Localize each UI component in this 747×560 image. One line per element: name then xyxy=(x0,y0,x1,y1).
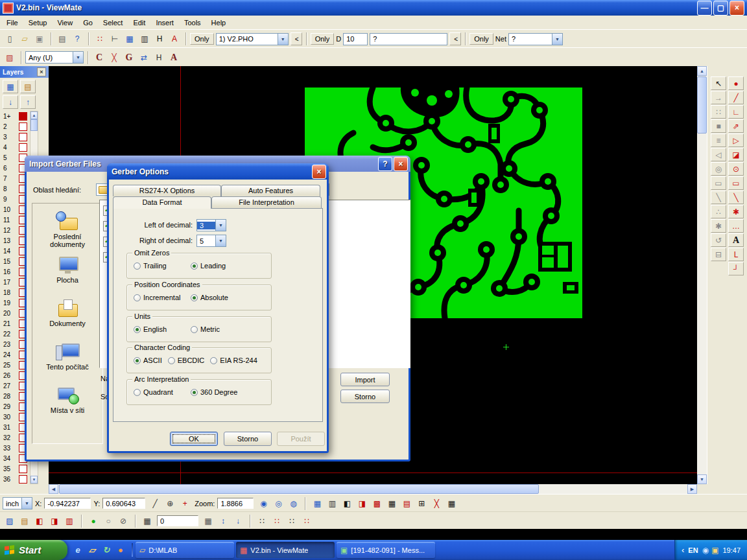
dot-grid-icon[interactable]: ▦ xyxy=(201,515,215,528)
component-a-icon[interactable]: A xyxy=(167,51,181,64)
menu-edit[interactable]: Edit xyxy=(128,18,150,28)
hide-icons-chevron[interactable]: ‹ xyxy=(682,545,684,555)
print-icon[interactable]: ▤ xyxy=(55,32,69,45)
asterisk-icon[interactable]: ✱ xyxy=(711,219,726,233)
stack-lines-icon[interactable]: ≡ xyxy=(711,134,726,147)
highlight-h-icon[interactable]: H xyxy=(152,32,167,45)
draw-circle-icon[interactable]: ⊙ xyxy=(728,162,744,176)
left-of-decimal-combo[interactable]: 3 ▼ xyxy=(196,219,226,231)
help-button[interactable]: ? xyxy=(378,157,392,171)
draw-star-icon[interactable]: ✱ xyxy=(728,205,744,218)
rectangle-icon[interactable]: ▭ xyxy=(711,176,726,190)
rotate-icon[interactable]: ↺ xyxy=(711,233,726,247)
draw-text-icon[interactable]: A xyxy=(728,233,744,247)
draw-line2-icon[interactable]: ╲ xyxy=(728,191,744,204)
draw-hook-icon[interactable]: ┘ xyxy=(728,262,744,275)
scroll-right-icon[interactable]: ▶ xyxy=(687,484,697,494)
place-tento-po-ta[interactable]: Tento počítač xyxy=(32,342,102,385)
text-display-icon[interactable]: A xyxy=(167,32,182,45)
layer-table-icon[interactable]: ▦ xyxy=(3,80,18,93)
vertical-scrollbar[interactable]: ▲ ▼ xyxy=(697,66,707,484)
only-layer-button[interactable]: Only xyxy=(190,33,214,45)
menu-file[interactable]: File xyxy=(1,18,23,28)
radio-quadrant[interactable]: Quadrant xyxy=(134,388,191,396)
start-button[interactable]: Start xyxy=(0,540,67,560)
grid-plus-icon[interactable]: ⊞ xyxy=(414,497,429,510)
right-of-decimal-combo[interactable]: 5 ▼ xyxy=(196,235,226,247)
storno-button[interactable]: Storno xyxy=(224,432,272,446)
radio-leading[interactable]: Leading xyxy=(191,262,226,270)
paint-icon[interactable]: ▨ xyxy=(3,515,17,528)
frame-grid-icon[interactable]: ▦ xyxy=(310,497,324,510)
grid-last-icon[interactable]: ▦ xyxy=(444,497,458,510)
tab-rs274-x-options[interactable]: RS274-X Options xyxy=(113,185,221,196)
radio-incremental[interactable]: Incremental xyxy=(134,294,191,301)
menu-select[interactable]: Select xyxy=(98,18,128,28)
restore-button[interactable]: ▢ xyxy=(713,1,728,16)
select-mode-icon[interactable]: ▨ xyxy=(3,51,17,64)
half-red2-icon[interactable]: ◨ xyxy=(47,515,62,528)
place-posledn-dokumenty[interactable]: Poslední dokumenty xyxy=(32,211,102,255)
folder-quick-icon[interactable]: ▱ xyxy=(86,544,98,556)
scroll-thumb[interactable] xyxy=(59,484,539,494)
rows-red-icon[interactable]: ▥ xyxy=(62,515,77,528)
measure-diagonal-icon[interactable]: ╱ xyxy=(148,497,162,510)
menu-tools[interactable]: Tools xyxy=(179,18,206,28)
snap-point-icon[interactable]: → xyxy=(711,91,726,104)
lamp-off-icon[interactable]: ○ xyxy=(101,515,115,528)
radio-metric[interactable]: Metric xyxy=(191,325,220,333)
close-button[interactable]: × xyxy=(729,1,744,16)
task-messenger[interactable]: ▣[191-482-091] - Mess... xyxy=(337,542,435,558)
anchor-icon[interactable]: ↕ xyxy=(216,515,230,528)
draw-polyline-icon[interactable]: ∟ xyxy=(728,105,744,119)
close-button[interactable]: × xyxy=(394,157,408,171)
zoom-window-icon[interactable]: ◎ xyxy=(271,497,285,510)
radio-ebcdic[interactable]: EBCDIC xyxy=(168,356,205,364)
draw-dots-icon[interactable]: … xyxy=(728,219,744,233)
tab-file-interpretation[interactable]: File Interpretation xyxy=(211,196,322,208)
gerber-dialog-titlebar[interactable]: Gerber Options × xyxy=(107,163,329,180)
grid-points-icon[interactable]: ∷ xyxy=(711,105,726,119)
traffic-light-icon[interactable]: ● xyxy=(86,515,101,528)
pads-black-icon[interactable]: ◧ xyxy=(340,497,354,510)
title-bar[interactable]: V2.bin - ViewMate — ▢ × xyxy=(0,0,747,16)
grid-table-icon[interactable]: ▦ xyxy=(140,515,154,528)
pattern-black1-icon[interactable]: ∷ xyxy=(255,515,269,528)
probe-icon[interactable]: ⊘ xyxy=(116,515,130,528)
radio-360-degree[interactable]: 360 Degree xyxy=(191,388,238,396)
menu-setup[interactable]: Setup xyxy=(23,18,53,28)
storno-button[interactable]: Storno xyxy=(340,390,390,403)
browser-icon[interactable]: ● xyxy=(115,544,126,556)
selection-filter-combo[interactable]: Any (U) ▼ xyxy=(25,51,84,64)
layer-color-swatch[interactable] xyxy=(19,465,27,473)
layer-color-swatch[interactable] xyxy=(19,475,27,484)
refresh-icon[interactable]: ↻ xyxy=(101,544,112,556)
place-dokumenty[interactable]: Dokumenty xyxy=(32,298,102,342)
ie-icon[interactable]: e xyxy=(72,544,84,556)
component-h-icon[interactable]: H xyxy=(152,51,166,64)
scroll-down-icon[interactable]: ▼ xyxy=(30,476,38,484)
language-indicator[interactable]: EN xyxy=(688,546,698,554)
radio-eia-rs-244[interactable]: EIA RS-244 xyxy=(210,356,257,364)
target-circle-icon[interactable]: ◎ xyxy=(711,162,726,176)
layers-panel-titlebar[interactable]: Layers × xyxy=(0,66,49,78)
crossing-traces-icon[interactable]: ╳ xyxy=(107,51,121,64)
pattern-red2-icon[interactable]: ∷ xyxy=(300,515,314,528)
pads-mix1-icon[interactable]: ▩ xyxy=(370,497,384,510)
layers-small-icon[interactable]: ▤ xyxy=(18,515,32,528)
draw-trace-icon[interactable]: ╱ xyxy=(728,91,744,104)
layer-row-2[interactable]: 2 xyxy=(0,121,30,132)
dots-diagonal-icon[interactable]: ∴ xyxy=(711,205,726,218)
flash-display-icon[interactable]: ∷ xyxy=(93,32,107,45)
radio-trailing[interactable]: Trailing xyxy=(134,262,191,270)
import-button[interactable]: Import xyxy=(340,373,390,386)
menu-view[interactable]: View xyxy=(52,18,78,28)
scroll-up-icon[interactable]: ▲ xyxy=(697,66,707,76)
task-viewmate[interactable]: ▦V2.bin - ViewMate xyxy=(236,542,335,558)
layer-report-icon[interactable]: ▤ xyxy=(20,80,36,93)
pin-display-icon[interactable]: ⊢ xyxy=(108,32,122,45)
scroll-left-icon[interactable]: ◀ xyxy=(49,484,58,494)
radio-english[interactable]: English xyxy=(134,325,191,333)
only-net-button[interactable]: Only xyxy=(469,33,493,45)
draw-triangle-icon[interactable]: ▷ xyxy=(728,134,744,147)
